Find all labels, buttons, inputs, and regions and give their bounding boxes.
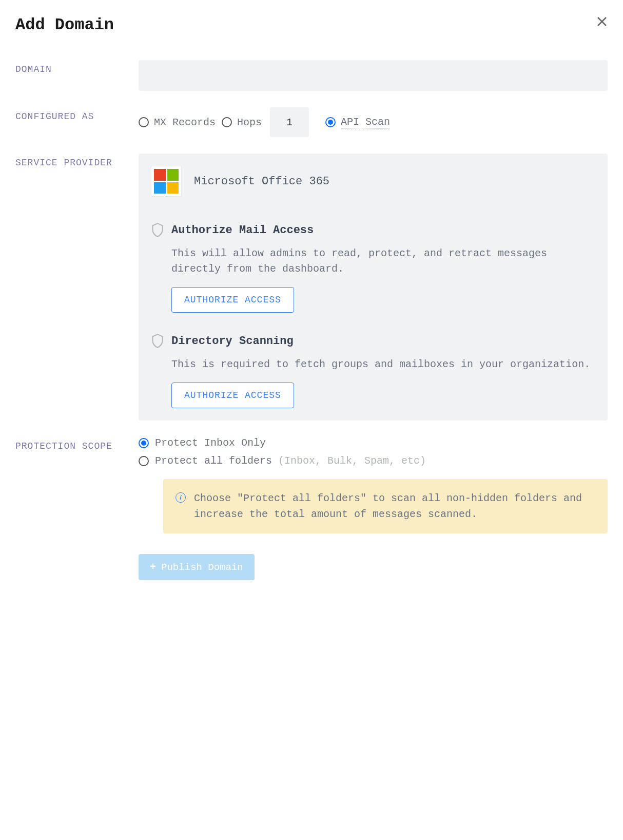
authorize-mail-title: Authorize Mail Access [171, 224, 314, 237]
radio-icon [139, 117, 149, 127]
shield-icon [151, 333, 164, 349]
info-callout: i Choose "Protect all folders" to scan a… [163, 479, 608, 533]
provider-panel: Microsoft Office 365 Authorize Mail Acce… [139, 154, 608, 421]
publish-domain-button[interactable]: + Publish Domain [139, 554, 255, 580]
radio-protect-all[interactable]: Protect all folders (Inbox, Bulk, Spam, … [139, 455, 608, 467]
directory-scanning-desc: This is required to fetch groups and mai… [171, 357, 595, 372]
radio-api-scan[interactable]: API Scan [325, 116, 390, 128]
radio-icon [222, 117, 232, 127]
shield-icon [151, 222, 164, 238]
close-button[interactable] [596, 15, 608, 30]
scope-all-hint: (Inbox, Bulk, Spam, etc) [278, 455, 426, 467]
dialog-title: Add Domain [15, 15, 114, 34]
close-icon [596, 16, 608, 27]
domain-input[interactable] [139, 60, 608, 91]
radio-label-api: API Scan [341, 116, 390, 128]
hops-count-input[interactable] [270, 107, 309, 137]
protection-scope-label: PROTECTION SCOPE [15, 437, 139, 451]
plus-icon: + [150, 561, 156, 573]
info-icon: i [176, 492, 186, 503]
domain-label: DOMAIN [15, 60, 139, 74]
authorize-directory-button[interactable]: AUTHORIZE ACCESS [171, 383, 294, 408]
scope-all-label: Protect all folders [155, 455, 272, 467]
radio-label-mx: MX Records [154, 117, 216, 128]
authorize-mail-button[interactable]: AUTHORIZE ACCESS [171, 287, 294, 313]
radio-label-hops: Hops [237, 117, 262, 128]
radio-protect-inbox[interactable]: Protect Inbox Only [139, 437, 608, 449]
radio-icon [325, 117, 336, 127]
radio-mx-records[interactable]: MX Records [139, 117, 216, 128]
directory-scanning-title: Directory Scanning [171, 335, 294, 348]
authorize-mail-desc: This will allow admins to read, protect,… [171, 246, 595, 277]
radio-icon [139, 456, 149, 466]
scope-inbox-label: Protect Inbox Only [155, 437, 266, 449]
radio-icon [139, 438, 149, 448]
info-text: Choose "Protect all folders" to scan all… [194, 490, 595, 522]
service-provider-label: SERVICE PROVIDER [15, 154, 139, 168]
publish-label: Publish Domain [161, 562, 243, 573]
configured-as-label: CONFIGURED AS [15, 107, 139, 122]
provider-name: Microsoft Office 365 [194, 175, 329, 188]
radio-hops[interactable]: Hops [222, 117, 262, 128]
microsoft-logo-icon [151, 166, 182, 197]
